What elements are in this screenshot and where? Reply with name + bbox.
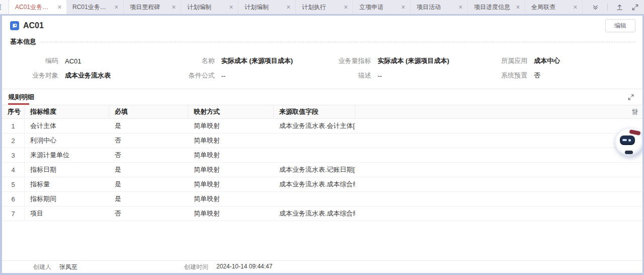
created-time-label: 创建时间 [184, 263, 208, 271]
table-row[interactable]: 2 利润中心 否 简单映射 [2, 133, 642, 148]
tab[interactable]: AC01业务量指... ✕ [9, 0, 66, 14]
tab-close-icon[interactable]: ✕ [516, 5, 520, 10]
created-time-group: 创建时间 2024-10-14 09:44:47 [184, 263, 272, 271]
table-row[interactable]: 3 来源计量单位 否 简单映射 [2, 148, 642, 163]
basic-info-section: 基本信息 编码 AC01 名称 实际成本 (来源项目成本) 业务量指标 实际成本… [2, 34, 642, 89]
tab-close-icon[interactable]: ✕ [229, 5, 233, 10]
field-label: 描述 [323, 71, 371, 80]
cell-mapping: 简单映射 [188, 148, 274, 162]
tab[interactable]: 计划执行 ✕ [296, 0, 353, 14]
expand-icon[interactable] [627, 94, 634, 101]
cell-dimension: 会计主体 [25, 119, 109, 133]
cell-mapping: 简单映射 [188, 177, 274, 191]
tab-partial-label: 页 [0, 3, 2, 12]
cell-dimension: 指标日期 [25, 163, 109, 177]
window-frame: AC01 编辑 基本信息 编码 AC01 名称 实际成本 (来源项目成本) 业务… [0, 14, 644, 275]
tab-rules-detail[interactable]: 规则明细 [8, 89, 34, 105]
tab[interactable]: 计划编制 ✕ [238, 0, 296, 14]
cell-filler [355, 119, 642, 133]
detail-panel: AC01 编辑 基本信息 编码 AC01 名称 实际成本 (来源项目成本) 业务… [2, 16, 642, 273]
fullscreen-icon[interactable] [631, 4, 639, 11]
cell-no: 3 [2, 148, 25, 162]
info-field: 所属应用 成本中心 [479, 54, 635, 68]
assistant-robot-icon[interactable] [615, 128, 642, 157]
table-row[interactable]: 5 指标量 是 简单映射 成本业务流水表.成本综合结... [2, 177, 642, 192]
creator-label: 创建人 [33, 263, 51, 271]
tab-partial[interactable]: 页 [0, 0, 9, 14]
rules-tab-bar: 规则明细 [2, 89, 642, 105]
edit-button[interactable]: 编辑 [605, 19, 635, 32]
tab-close-icon[interactable]: ✕ [286, 5, 291, 10]
cell-mapping: 简单映射 [188, 163, 274, 177]
cell-no: 4 [2, 163, 25, 177]
field-label: 名称 [167, 56, 215, 65]
tab-close-icon[interactable]: ✕ [57, 5, 62, 10]
cell-source [274, 133, 355, 148]
tab[interactable]: 项目进度信息 ✕ [468, 0, 525, 14]
table-row[interactable]: 7 项目 否 简单映射 成本业务流水表.成本综合结... [2, 207, 642, 221]
tab[interactable]: 立项申请 ✕ [353, 0, 411, 14]
field-value: 实际成本 (来源项目成本) [378, 56, 449, 65]
cell-filler [355, 163, 642, 177]
info-field: 系统预置 否 [479, 68, 635, 83]
cell-mapping: 简单映射 [188, 133, 274, 148]
table-header-cell: 序号 [2, 105, 25, 118]
created-time-value: 2024-10-14 09:44:47 [216, 263, 272, 271]
cell-required: 是 [109, 192, 188, 206]
page-title: AC01 [23, 21, 44, 30]
cell-source: 成本业务流水表.成本综合结... [274, 177, 355, 191]
tab-close-icon[interactable]: ✕ [114, 5, 119, 10]
cell-source: 成本业务流水表.会计主体[ac... [274, 119, 355, 133]
field-value: AC01 [65, 57, 82, 65]
field-value: 否 [534, 71, 540, 80]
table-row[interactable]: 4 指标日期 是 简单映射 成本业务流水表.记账日期[bo... [2, 163, 642, 177]
tab[interactable]: 计划编制 ✕ [181, 0, 238, 14]
tabbar-divider [607, 4, 608, 11]
record-footer: 创建人 张凤至 创建时间 2024-10-14 09:44:47 [2, 260, 642, 273]
tab-label: 全局联查 [531, 3, 555, 12]
cell-mapping: 简单映射 [188, 207, 274, 221]
basic-info-title: 基本信息 [10, 37, 36, 46]
info-field: 条件公式 -- [167, 68, 323, 83]
info-field: 名称 实际成本 (来源项目成本) [167, 54, 323, 68]
tab[interactable]: 项目活动 ✕ [411, 0, 468, 14]
table-row[interactable]: 6 指标期间 是 简单映射 [2, 192, 642, 207]
tab[interactable]: 全局联查 ✕ [525, 0, 583, 14]
tab-close-icon[interactable]: ✕ [344, 5, 348, 10]
cell-required: 是 [109, 177, 188, 191]
field-value: 成本业务流水表 [65, 71, 111, 80]
upload-icon[interactable] [616, 4, 623, 11]
field-value: 成本中心 [534, 56, 560, 65]
cell-no: 7 [2, 207, 25, 221]
cell-no: 5 [2, 177, 25, 191]
field-label: 业务量指标 [323, 56, 371, 65]
tab-label: 项目里程碑 [130, 3, 160, 12]
creator-value: 张凤至 [59, 263, 77, 271]
tab-close-icon[interactable]: ✕ [401, 5, 406, 10]
cell-required: 否 [109, 133, 188, 148]
table-header-cell: 指标维度 [25, 105, 109, 118]
tab[interactable]: RC01业务量指... ✕ [66, 0, 124, 14]
field-label: 编码 [10, 56, 58, 65]
cell-source [274, 148, 355, 162]
tab-label: RC01业务量指... [72, 3, 111, 12]
creator-group: 创建人 张凤至 [33, 263, 77, 271]
double-chevron-down-icon[interactable] [592, 4, 599, 11]
cell-required: 否 [109, 148, 188, 162]
tab-label: 立项申请 [359, 3, 383, 12]
cell-filler [355, 148, 642, 162]
page-icon [10, 21, 19, 30]
cell-filler [355, 192, 642, 206]
column-filter-icon[interactable] [631, 108, 638, 115]
tab-label: 计划编制 [245, 3, 269, 12]
tab-close-icon[interactable]: ✕ [573, 5, 578, 10]
table-row[interactable]: 1 会计主体 是 简单映射 成本业务流水表.会计主体[ac... [2, 119, 642, 133]
table-header-filler [355, 105, 642, 118]
tab-close-icon[interactable]: ✕ [172, 5, 176, 10]
tab-close-icon[interactable]: ✕ [458, 5, 463, 10]
cell-source [274, 192, 355, 206]
field-label: 所属应用 [479, 56, 527, 65]
info-field: 业务量指标 实际成本 (来源项目成本) [323, 54, 479, 68]
tab[interactable]: 项目里程碑 ✕ [124, 0, 181, 14]
tab-label: 项目进度信息 [474, 3, 510, 12]
